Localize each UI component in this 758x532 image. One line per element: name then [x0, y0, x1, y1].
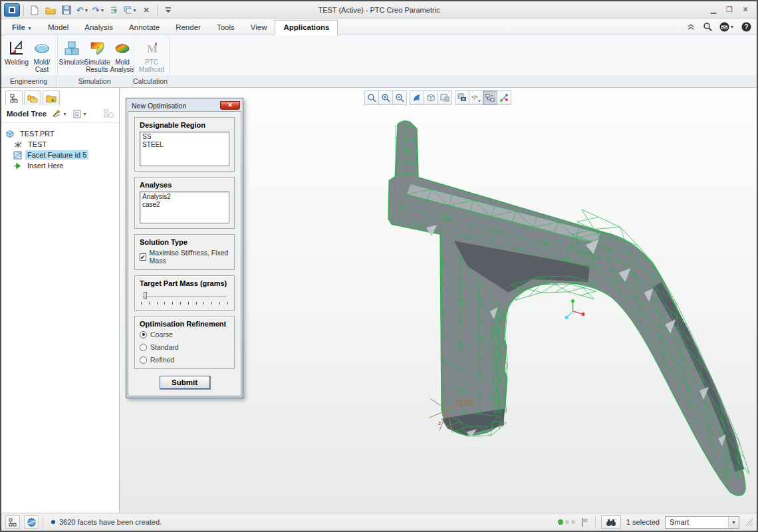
undo-button[interactable]: ↶▼ — [75, 3, 90, 17]
tree-tools-button[interactable]: ▼ — [50, 108, 69, 120]
new-file-icon — [30, 5, 39, 15]
slider-thumb[interactable] — [144, 292, 147, 299]
simulate-results-button[interactable]: SimulateResults — [84, 37, 110, 74]
filter-value: Smart — [670, 518, 689, 526]
ribbon-group-labels: Engineering Simulation Calculation — [1, 75, 757, 88]
dialog-close-button[interactable]: ✕ — [220, 101, 240, 110]
tree-display-button[interactable]: ▼ — [71, 108, 89, 120]
window-switch-button[interactable]: ▼ — [123, 3, 138, 17]
radio-coarse[interactable]: Coarse — [140, 331, 229, 338]
undo-dropdown-icon: ▼ — [84, 8, 88, 13]
view-capture-button[interactable] — [455, 90, 469, 105]
tab-tools[interactable]: Tools — [209, 21, 243, 35]
separator — [43, 516, 43, 528]
checkbox-checked-icon[interactable]: ✔ — [140, 253, 146, 261]
titlebar: TEST (Active) - PTC Creo Parametric ↶▼ ↷… — [1, 1, 757, 19]
save-button[interactable] — [59, 3, 74, 17]
tree-item-csys[interactable]: x TEST — [5, 139, 119, 150]
tab-file[interactable]: File ▼ — [4, 21, 40, 35]
tab-model[interactable]: Model — [40, 21, 76, 35]
datum-display-button[interactable]: */* — [469, 90, 483, 105]
zoom-out-button[interactable] — [392, 90, 407, 105]
annotation-display-button[interactable] — [483, 90, 497, 105]
customize-qat-button[interactable] — [161, 3, 176, 17]
designable-region-label: Designable Region — [140, 121, 229, 129]
selection-filter-combo[interactable]: Smart ▼ — [665, 516, 739, 529]
tab-applications[interactable]: Applications — [275, 20, 338, 35]
toggle-tree-button[interactable] — [5, 515, 20, 529]
radio-refined[interactable]: Refined — [140, 356, 229, 364]
model-tree-tab[interactable] — [5, 90, 23, 105]
folders-icon — [27, 94, 38, 103]
submit-button[interactable]: Submit — [160, 376, 210, 389]
designable-region-listbox[interactable]: SS STEEL — [140, 132, 229, 166]
radio-icon[interactable] — [140, 356, 147, 364]
mold-cast-button[interactable]: Mold/Cast — [29, 37, 55, 74]
spin-center-button[interactable] — [497, 90, 511, 105]
welding-button[interactable]: Welding — [4, 37, 29, 66]
folder-browser-tab[interactable] — [24, 90, 41, 105]
simulate-button[interactable]: Simulate — [59, 37, 84, 66]
undo-icon: ↶ — [76, 5, 84, 15]
favorites-tab[interactable] — [43, 90, 60, 105]
repaint-button[interactable] — [410, 90, 424, 105]
model-tree-panel: Model Tree ▼ ▼ TEST.PRT — [1, 88, 120, 513]
close-button[interactable]: ✕ — [741, 6, 750, 14]
tree-item-insert-here[interactable]: Insert Here — [5, 160, 119, 171]
status-indicator[interactable] — [558, 519, 575, 525]
list-icon — [73, 110, 81, 118]
tab-render[interactable]: Render — [168, 21, 209, 35]
app-menu-button[interactable] — [4, 3, 20, 17]
radio-standard[interactable]: Standard — [140, 343, 229, 351]
flag-icon[interactable] — [580, 517, 590, 527]
chevron-up-icon — [687, 23, 695, 30]
tree-filter-button[interactable] — [102, 108, 116, 120]
redo-button[interactable]: ↷▼ — [91, 3, 106, 17]
restore-button[interactable]: ❐ — [725, 6, 734, 14]
status-message: 3620 facets have been created. — [47, 518, 162, 526]
help-button[interactable]: ? — [741, 21, 751, 32]
solution-checkbox-row[interactable]: ✔ Maximise Stiffness, Fixed Mass — [140, 249, 229, 265]
radio-icon[interactable] — [140, 344, 147, 351]
tab-analysis[interactable]: Analysis — [76, 21, 121, 35]
display-style-button[interactable] — [424, 90, 438, 105]
dialog-titlebar[interactable]: New Optimisation ✕ — [128, 100, 241, 111]
list-item[interactable]: case2 — [142, 201, 227, 209]
group-label-engineering: Engineering — [1, 75, 57, 87]
zoom-in-button[interactable] — [378, 90, 393, 105]
saved-views-button[interactable] — [438, 90, 452, 105]
mold-analysis-button[interactable]: MoldAnalysis — [110, 37, 135, 74]
list-item[interactable]: SS — [142, 133, 227, 141]
minimize-button[interactable]: ▁ — [709, 6, 718, 14]
browser-button[interactable] — [24, 515, 39, 529]
slider-track[interactable] — [142, 297, 227, 298]
tree-item-part[interactable]: TEST.PRT — [5, 128, 119, 139]
mass-slider[interactable] — [140, 290, 229, 305]
command-search-button[interactable] — [702, 21, 713, 32]
open-file-button[interactable] — [43, 3, 58, 17]
regenerate-button[interactable] — [107, 3, 122, 17]
refit-button[interactable] — [364, 90, 379, 105]
tree-item-facet-feature[interactable]: Facet Feature id 5 — [5, 150, 119, 160]
redo-icon: ↷ — [92, 5, 100, 15]
welding-icon — [8, 40, 25, 57]
find-button[interactable] — [601, 515, 621, 529]
new-file-button[interactable] — [27, 3, 42, 17]
analyses-listbox[interactable]: Analysis2 case2 — [140, 192, 229, 223]
dropdown-icon: ▼ — [63, 112, 67, 116]
community-button[interactable]: ▼ — [719, 21, 735, 32]
collapse-ribbon-button[interactable] — [686, 21, 696, 32]
close-window-button[interactable]: ✕ — [139, 3, 154, 17]
separator — [595, 516, 596, 528]
svg-text:*/*: */* — [471, 94, 478, 101]
ribbon-separator — [169, 37, 170, 74]
tab-view[interactable]: View — [243, 21, 275, 35]
list-item[interactable]: STEEL — [142, 141, 227, 149]
list-item[interactable]: Analysis2 — [142, 193, 227, 201]
application-window: TEST (Active) - PTC Creo Parametric ↶▼ ↷… — [0, 0, 758, 532]
resize-grip[interactable] — [745, 518, 753, 526]
dropdown-icon: ▼ — [82, 112, 87, 116]
graphics-area: TEST z — [120, 88, 757, 513]
radio-selected-icon[interactable] — [140, 331, 147, 338]
tab-annotate[interactable]: Annotate — [121, 21, 168, 35]
